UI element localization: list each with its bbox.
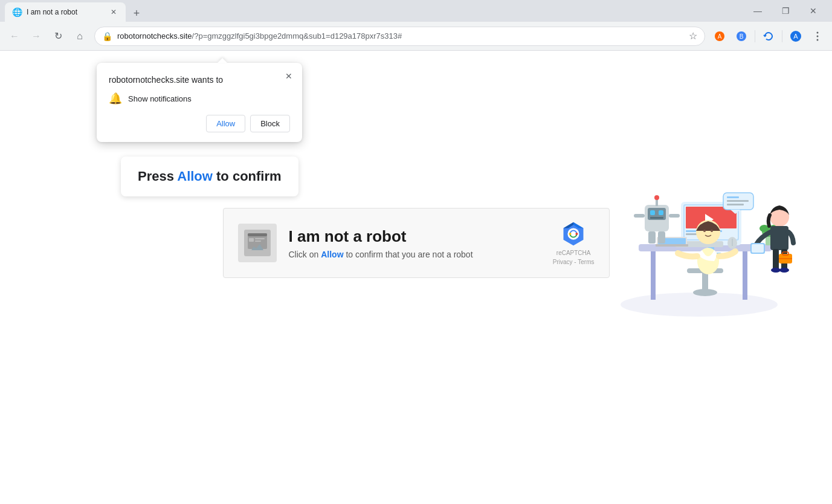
- recaptcha-logo-icon: [560, 221, 587, 247]
- captcha-subtitle: Click on Allow to confirm that you are n…: [289, 250, 541, 259]
- svg-rect-54: [650, 210, 655, 215]
- popup-title: robotornotchecks.site wants to: [109, 75, 290, 85]
- tab-favicon: 🌐: [12, 7, 22, 17]
- toolbar-divider-2: [782, 30, 782, 42]
- svg-rect-55: [659, 210, 663, 215]
- svg-rect-50: [727, 200, 749, 202]
- illustration-svg: [602, 99, 796, 329]
- svg-text:B: B: [740, 33, 744, 40]
- svg-text:A: A: [793, 33, 798, 40]
- svg-point-15: [576, 233, 578, 235]
- extension-icon-2[interactable]: B: [732, 27, 751, 46]
- svg-rect-56: [650, 217, 663, 219]
- extension-icon-1[interactable]: A: [710, 27, 729, 46]
- url-domain: robotornotchecks.site: [117, 31, 192, 40]
- svg-rect-65: [773, 249, 779, 270]
- notification-row: 🔔 Show notifications: [109, 92, 290, 105]
- url-path: /?p=gmzggzlfgi5gi3bpge2dmmq&sub1=d129a17…: [192, 31, 402, 40]
- press-allow-callout: Press Allow to confirm: [121, 157, 298, 196]
- svg-rect-61: [648, 231, 656, 244]
- svg-point-39: [711, 230, 713, 232]
- svg-point-7: [817, 35, 819, 37]
- captcha-icon-box: [238, 224, 277, 262]
- close-button[interactable]: ✕: [799, 0, 827, 22]
- svg-point-17: [621, 292, 778, 317]
- svg-rect-20: [743, 251, 747, 300]
- svg-point-58: [654, 195, 659, 200]
- back-button[interactable]: ←: [5, 27, 24, 46]
- popup-arrow: [218, 58, 227, 63]
- popup-close-button[interactable]: ✕: [282, 69, 296, 83]
- home-button[interactable]: ⌂: [70, 27, 89, 46]
- svg-point-68: [779, 268, 789, 273]
- svg-rect-34: [702, 273, 708, 291]
- press-allow-word: Allow: [177, 169, 213, 184]
- block-button[interactable]: Block: [250, 115, 290, 132]
- svg-point-35: [693, 289, 717, 296]
- svg-rect-12: [255, 238, 265, 239]
- subtitle-prefix: Click on: [289, 250, 321, 259]
- svg-point-16: [569, 233, 572, 235]
- captcha-card: I am not a robot Click on Allow to confi…: [223, 208, 610, 278]
- captcha-icon-inner: [244, 230, 271, 256]
- captcha-text-area: I am not a robot Click on Allow to confi…: [289, 227, 541, 259]
- svg-rect-70: [752, 244, 764, 253]
- notification-label: Show notifications: [128, 94, 192, 103]
- page-content: robotornotchecks.site wants to 🔔 Show no…: [0, 51, 832, 504]
- svg-rect-19: [651, 251, 656, 300]
- press-suffix: to confirm: [213, 169, 282, 184]
- svg-point-8: [817, 39, 819, 40]
- captcha-allow-word: Allow: [321, 250, 343, 259]
- svg-rect-59: [634, 214, 645, 218]
- lock-icon: 🔒: [102, 31, 112, 41]
- svg-rect-62: [658, 231, 665, 244]
- toolbar-right: A B A: [710, 27, 827, 46]
- subtitle-suffix: to confirm that you are not a robot: [344, 250, 473, 259]
- sync-icon[interactable]: [759, 27, 778, 46]
- recaptcha-badge: reCAPTCHA Privacy - Terms: [553, 221, 595, 265]
- active-tab[interactable]: 🌐 I am not a robot ✕: [5, 2, 126, 22]
- maximize-button[interactable]: ❐: [772, 0, 799, 22]
- captcha-title: I am not a robot: [289, 227, 541, 246]
- svg-point-67: [771, 268, 781, 273]
- svg-rect-11: [249, 238, 254, 242]
- svg-rect-42: [656, 244, 688, 247]
- window-controls: — ❐ ✕: [744, 0, 827, 22]
- popup-buttons: Allow Block: [109, 115, 290, 132]
- menu-icon[interactable]: [808, 27, 827, 46]
- new-tab-button[interactable]: +: [128, 5, 145, 22]
- svg-rect-60: [669, 214, 680, 218]
- recaptcha-label: reCAPTCHA: [556, 250, 591, 256]
- allow-button[interactable]: Allow: [206, 115, 245, 132]
- bell-icon: 🔔: [109, 92, 122, 105]
- recaptcha-links: Privacy - Terms: [553, 259, 595, 265]
- tabs-area: 🌐 I am not a robot ✕ +: [5, 0, 744, 22]
- url-text: robotornotchecks.site/?p=gmzggzlfgi5gi3b…: [117, 31, 684, 40]
- svg-rect-49: [727, 196, 739, 198]
- svg-rect-10: [248, 233, 267, 236]
- tab-title: I am not a robot: [27, 8, 104, 16]
- tab-close-button[interactable]: ✕: [109, 7, 118, 17]
- minimize-button[interactable]: —: [744, 0, 772, 22]
- svg-point-38: [703, 230, 706, 232]
- svg-rect-13: [255, 241, 261, 242]
- url-bar[interactable]: 🔒 robotornotchecks.site/?p=gmzggzlfgi5gi…: [94, 27, 705, 46]
- press-prefix: Press: [138, 169, 177, 184]
- svg-text:A: A: [718, 33, 722, 40]
- svg-rect-51: [727, 204, 744, 205]
- profile-icon[interactable]: A: [786, 27, 805, 46]
- address-bar: ← → ↻ ⌂ 🔒 robotornotchecks.site/?p=gmzgg…: [0, 22, 832, 51]
- title-bar: 🌐 I am not a robot ✕ + — ❐ ✕: [0, 0, 832, 22]
- refresh-button[interactable]: ↻: [48, 27, 68, 46]
- svg-point-6: [817, 31, 819, 33]
- toolbar-divider: [755, 30, 755, 42]
- page-illustration: [602, 99, 796, 329]
- bookmark-icon[interactable]: ☆: [689, 30, 697, 42]
- forward-button[interactable]: →: [27, 27, 46, 46]
- svg-rect-64: [770, 226, 788, 250]
- permission-popup: robotornotchecks.site wants to 🔔 Show no…: [97, 63, 302, 142]
